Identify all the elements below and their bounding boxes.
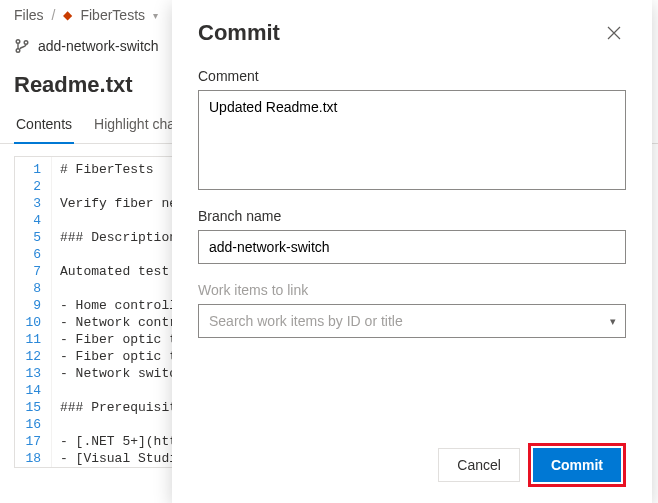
tab-highlight-changes[interactable]: Highlight cha: [92, 108, 177, 143]
svg-point-2: [24, 41, 28, 45]
branch-name: add-network-switch: [38, 38, 159, 54]
breadcrumb-separator: /: [52, 7, 56, 23]
dialog-button-row: Cancel Commit: [198, 435, 626, 487]
work-items-combobox[interactable]: ▾: [198, 304, 626, 338]
branch-icon: [14, 38, 30, 54]
dialog-title: Commit: [198, 20, 280, 46]
breadcrumb-project[interactable]: FiberTests: [80, 7, 145, 23]
branch-name-input[interactable]: [198, 230, 626, 264]
work-items-input[interactable]: [198, 304, 626, 338]
cancel-button[interactable]: Cancel: [438, 448, 520, 482]
branch-name-label: Branch name: [198, 208, 626, 224]
project-icon: ◆: [63, 8, 72, 22]
tab-contents[interactable]: Contents: [14, 108, 74, 144]
work-items-label: Work items to link: [198, 282, 626, 298]
comment-textarea[interactable]: [198, 90, 626, 190]
svg-point-1: [16, 49, 20, 53]
line-number-gutter: 12345678910111213141516171819: [15, 157, 52, 468]
svg-point-0: [16, 40, 20, 44]
close-button[interactable]: [602, 21, 626, 45]
commit-button-highlight: Commit: [528, 443, 626, 487]
commit-button[interactable]: Commit: [533, 448, 621, 482]
chevron-down-icon[interactable]: ▾: [153, 10, 158, 21]
comment-label: Comment: [198, 68, 626, 84]
breadcrumb-files[interactable]: Files: [14, 7, 44, 23]
commit-dialog: Commit Comment Branch name Work items to…: [172, 0, 652, 503]
